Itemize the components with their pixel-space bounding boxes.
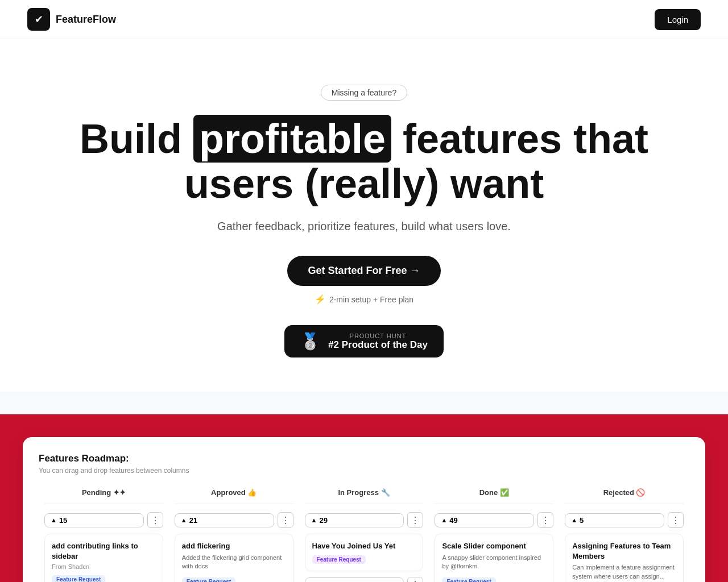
vote-arrow-icon: ▲ — [181, 517, 187, 523]
col-header-rejected: Rejected 🚫 — [565, 488, 684, 504]
more-icon: ⋮ — [411, 515, 420, 526]
more-button-pending[interactable]: ⋮ — [147, 512, 163, 528]
vote-arrow-icon: ▲ — [441, 517, 447, 523]
vote-row-in-progress: ▲ 29⋮ — [305, 512, 424, 528]
item-title: add contributing links to sidebar — [52, 541, 156, 561]
cta-subtext: ⚡ 2-min setup + Free plan — [315, 294, 413, 305]
more-button2-in-progress[interactable]: ⋮ — [407, 577, 423, 582]
item-desc: A snappy slider component inspired by @f… — [442, 554, 546, 571]
vote-row2-in-progress: ▲ 24⋮ — [305, 577, 424, 582]
more-button-rejected[interactable]: ⋮ — [668, 512, 684, 528]
item-title: Scale Slider component — [442, 541, 546, 551]
roadmap-card: Features Roadmap: You can drag and drop … — [23, 437, 705, 582]
kanban-board: Pending ✦✦▲ 15⋮add contributing links to… — [39, 488, 689, 582]
item-tag: Feature Request — [52, 575, 105, 582]
ph-medal-icon: 🥈 — [300, 332, 320, 351]
vote-row-done: ▲ 49⋮ — [435, 512, 553, 528]
kanban-col-rejected: Rejected 🚫▲ 5⋮Assigning Features to Team… — [559, 488, 689, 582]
hero-section: Missing a feature? Build profitable feat… — [0, 39, 728, 392]
item-title: Assigning Features to Team Members — [572, 541, 676, 561]
vote-row-approved: ▲ 21⋮ — [175, 512, 293, 528]
more-button-done[interactable]: ⋮ — [537, 512, 553, 528]
hero-badge: Missing a feature? — [321, 85, 407, 101]
ph-label-main: #2 Product of the Day — [328, 339, 428, 351]
more-icon: ⋮ — [281, 515, 290, 526]
item-desc: Can implement a feature assignment syste… — [572, 563, 676, 581]
hero-subheading: Gather feedback, prioritize features, bu… — [23, 220, 705, 233]
get-started-button[interactable]: Get Started For Free → — [287, 256, 440, 286]
vote-row-rejected: ▲ 5⋮ — [565, 512, 684, 528]
more-button-in-progress[interactable]: ⋮ — [407, 512, 423, 528]
vote-button-in-progress[interactable]: ▲ 29 — [305, 513, 404, 527]
item-from: From Shadcn — [52, 563, 156, 570]
vote-row-pending: ▲ 15⋮ — [44, 512, 163, 528]
roadmap-title: Features Roadmap: — [39, 453, 689, 464]
roadmap-hint: You can drag and drop features between c… — [39, 467, 689, 475]
kanban-col-pending: Pending ✦✦▲ 15⋮add contributing links to… — [39, 488, 169, 582]
kanban-col-approved: Approved 👍▲ 21⋮add flickeringAdded the f… — [169, 488, 299, 582]
more-icon: ⋮ — [151, 515, 160, 526]
kanban-item: add contributing links to sidebarFrom Sh… — [44, 534, 163, 582]
more-icon: ⋮ — [541, 515, 550, 526]
brand: ✔ FeatureFlow — [27, 8, 116, 31]
logo-icon: ✔ — [27, 8, 50, 31]
item-tag: Feature Request — [312, 555, 366, 564]
product-hunt-badge[interactable]: 🥈 PRODUCT HUNT #2 Product of the Day — [284, 325, 444, 357]
vote-button-rejected[interactable]: ▲ 5 — [565, 513, 664, 527]
vote-button-pending[interactable]: ▲ 15 — [44, 513, 144, 527]
heading-pre: Build — [80, 116, 193, 161]
brand-name: FeatureFlow — [56, 14, 116, 26]
vote-arrow-icon: ▲ — [571, 517, 577, 523]
vote-button-done[interactable]: ▲ 49 — [435, 513, 534, 527]
kanban-col-done: Done ✅▲ 49⋮Scale Slider componentA snapp… — [429, 488, 559, 582]
vote-arrow-icon: ▲ — [311, 517, 317, 523]
ph-label-top: PRODUCT HUNT — [328, 332, 428, 339]
hero-heading: Build profitable features that users (re… — [23, 117, 705, 206]
navbar: ✔ FeatureFlow Login — [0, 0, 728, 39]
col-header-pending: Pending ✦✦ — [44, 488, 163, 504]
item-tag: Feature Request — [442, 577, 495, 582]
more-button-approved[interactable]: ⋮ — [278, 512, 293, 528]
roadmap-section: Features Roadmap: You can drag and drop … — [0, 414, 728, 582]
item-title: Have You Joined Us Yet — [312, 541, 416, 551]
item-title: add flickering — [182, 541, 286, 551]
vote-button2-in-progress[interactable]: ▲ 24 — [305, 577, 404, 582]
kanban-item: Scale Slider componentA snappy slider co… — [435, 534, 553, 582]
item-desc: Added the flickering grid component with… — [182, 554, 286, 571]
col-header-approved: Approved 👍 — [175, 488, 293, 504]
lightning-icon: ⚡ — [315, 294, 326, 305]
col-header-done: Done ✅ — [435, 488, 553, 504]
more-icon: ⋮ — [671, 515, 680, 526]
item-tag: Feature Request — [182, 577, 235, 582]
kanban-item: Assigning Features to Team MembersCan im… — [565, 534, 684, 582]
kanban-item: Have You Joined Us YetFeature Request — [305, 534, 424, 571]
col-header-in-progress: In Progress 🔧 — [305, 488, 424, 504]
heading-highlight: profitable — [193, 115, 391, 163]
vote-button-approved[interactable]: ▲ 21 — [175, 513, 274, 527]
vote-arrow-icon: ▲ — [51, 517, 57, 523]
login-button[interactable]: Login — [655, 9, 701, 30]
kanban-col-in-progress: In Progress 🔧▲ 29⋮Have You Joined Us Yet… — [299, 488, 429, 582]
more-icon: ⋮ — [411, 579, 420, 582]
kanban-item: add flickeringAdded the flickering grid … — [175, 534, 293, 582]
